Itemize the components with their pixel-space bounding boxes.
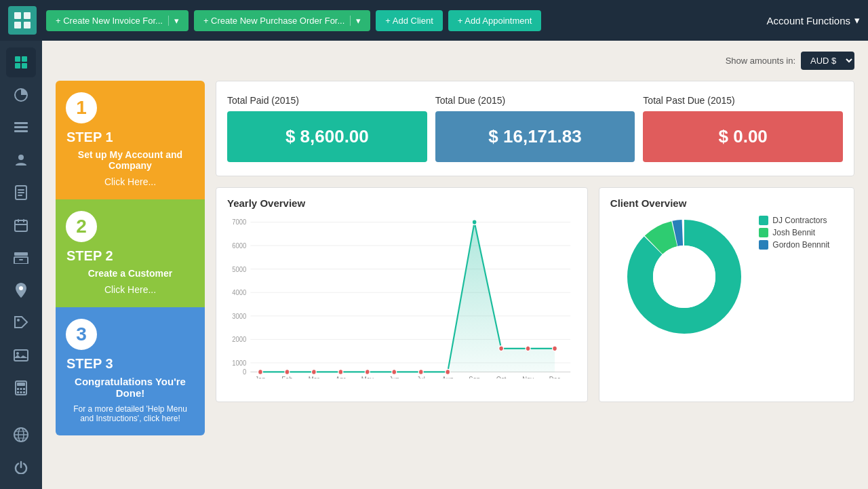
client-chart-box: Client Overview [599,187,854,402]
step-2-desc: Create a Customer [66,268,194,279]
step-3-block[interactable]: 3 STEP 3 Congratulations You're Done! Fo… [56,307,205,435]
svg-text:1000: 1000 [232,359,246,367]
stat-cards: Total Paid (2015) $ 8,600.00 Total Due (… [216,81,854,176]
stat-paid-value: $ 8,600.00 [227,111,427,162]
add-appointment-button[interactable]: + Add Appointment [448,10,542,31]
svg-text:Apr: Apr [336,375,346,378]
app-logo [8,6,37,35]
svg-point-64 [418,370,423,375]
sidebar-item-power[interactable] [6,452,36,482]
svg-rect-6 [15,63,20,69]
svg-rect-26 [14,350,28,361]
svg-point-25 [17,319,20,321]
charts-row: Yearly Overview [216,187,854,402]
step-3-detail: For a more detailed 'Help Menu and Instr… [66,404,194,423]
svg-text:5000: 5000 [232,265,246,273]
step-2-block[interactable]: 2 STEP 2 Create a Customer Click Here... [56,199,205,307]
sidebar-item-location[interactable] [6,275,36,305]
sidebar-item-archive[interactable] [6,243,36,273]
svg-point-61 [338,370,343,375]
svg-point-67 [499,346,504,351]
content-area: Show amounts in: AUD $ USD $ EUR € 1 STE… [42,41,868,489]
svg-text:7000: 7000 [232,218,246,227]
svg-rect-31 [20,388,22,390]
svg-point-58 [258,370,262,375]
purchase-dropdown-caret[interactable]: ▾ [350,16,361,26]
svg-rect-11 [14,130,28,132]
steps-panel: 1 STEP 1 Set up My Account and Company C… [56,81,205,435]
yearly-chart: 7000 6000 5000 4000 3000 2000 1000 0 [227,216,576,392]
svg-point-63 [392,370,397,375]
step-3-title: STEP 3 [66,356,194,372]
stat-due-value: $ 16,171.83 [435,111,635,162]
sidebar-item-users[interactable] [6,145,36,175]
create-purchase-button[interactable]: + Create New Purchase Order For... ▾ [194,10,370,31]
topnav: + Create New Invoice For... ▾ + Create N… [0,0,868,41]
sidebar [0,41,42,489]
step-1-link[interactable]: Click Here... [66,176,194,187]
sidebar-item-chart[interactable] [6,80,36,110]
svg-rect-15 [18,192,24,193]
client-chart-title: Client Overview [610,197,843,209]
svg-rect-21 [14,252,28,256]
svg-text:0: 0 [243,368,247,376]
svg-rect-34 [20,391,22,393]
sidebar-item-calculator[interactable] [6,373,36,403]
sidebar-item-gallery[interactable] [6,340,36,370]
svg-rect-23 [19,259,23,260]
step-2-circle: 2 [64,209,99,244]
svg-rect-14 [18,189,24,191]
step-1-block[interactable]: 1 STEP 1 Set up My Account and Company C… [56,81,205,199]
svg-point-85 [653,246,715,308]
yearly-chart-box: Yearly Overview [216,187,588,402]
sidebar-item-notes[interactable] [6,178,36,208]
svg-text:Dec: Dec [549,375,561,378]
client-chart: DJ Contractors Josh Bennit Gordon Bennni… [610,216,843,338]
stat-pastdue-title: Total Past Due (2015) [643,95,734,106]
stat-total-due: Total Due (2015) $ 16,171.83 [435,95,635,162]
svg-text:2000: 2000 [232,336,246,344]
legend-dot-dj [759,216,768,225]
svg-rect-19 [23,219,24,222]
show-amounts-row: Show amounts in: AUD $ USD $ EUR € [56,52,854,70]
step-1-desc: Set up My Account and Company [66,149,194,171]
stat-past-due: Total Past Due (2015) $ 0.00 [643,95,843,162]
currency-select[interactable]: AUD $ USD $ EUR € [801,52,854,70]
step-2-title: STEP 2 [66,248,194,264]
stat-due-title: Total Due (2015) [435,95,506,106]
step-1-title: STEP 1 [66,130,194,145]
svg-rect-2 [14,22,21,28]
svg-text:Jul: Jul [417,375,425,378]
svg-rect-29 [17,383,25,386]
add-client-button[interactable]: + Add Client [376,10,442,31]
svg-point-24 [19,286,23,290]
svg-rect-32 [23,388,25,390]
svg-text:Mar: Mar [309,375,320,378]
sidebar-item-list[interactable] [6,113,36,142]
step-3-desc: Congratulations You're Done! [66,376,194,399]
account-functions-caret[interactable]: ▾ [854,14,860,26]
svg-rect-16 [18,195,22,196]
legend-gordon-bennnit: Gordon Bennnit [759,240,829,250]
svg-rect-7 [22,63,27,69]
account-functions-menu[interactable]: Account Functions ▾ [767,14,860,26]
svg-text:Feb: Feb [281,375,293,378]
sidebar-item-globe[interactable] [6,420,36,450]
account-functions-label: Account Functions [767,15,850,26]
sidebar-item-calendar[interactable] [6,210,36,240]
step-2-link[interactable]: Click Here... [66,284,194,295]
svg-rect-30 [17,388,19,390]
svg-rect-5 [22,56,27,62]
svg-text:3000: 3000 [232,312,246,320]
donut-svg [623,216,745,338]
step-1-circle: 1 [64,90,99,125]
invoice-dropdown-caret[interactable]: ▾ [168,16,179,26]
svg-rect-18 [18,219,19,222]
svg-rect-17 [15,220,27,231]
sidebar-item-dashboard[interactable] [6,47,36,77]
main-layout: Show amounts in: AUD $ USD $ EUR € 1 STE… [0,41,868,489]
step-3-circle: 3 [64,317,99,352]
svg-rect-0 [14,12,21,19]
sidebar-item-tags[interactable] [6,308,36,338]
create-invoice-button[interactable]: + Create New Invoice For... ▾ [46,10,189,31]
